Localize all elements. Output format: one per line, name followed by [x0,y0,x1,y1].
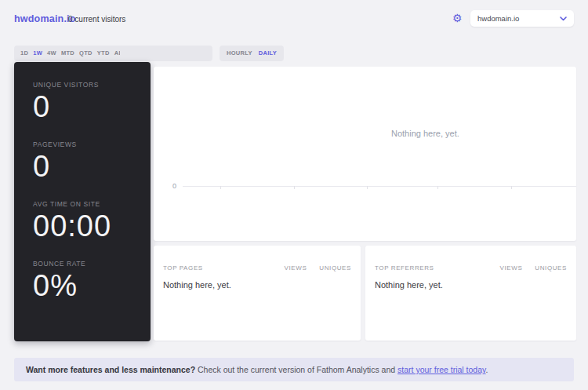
top-pages-empty-state-text: Nothing here, yet. [163,280,351,290]
x-axis-tick [367,186,368,189]
y-axis-tick-label: 0 [172,182,176,190]
brand-site-name[interactable]: hwdomain.io [14,13,76,24]
stat-value: 0 [33,90,151,123]
x-axis-tick [437,186,438,189]
period-1w[interactable]: 1W [33,46,42,61]
gear-icon[interactable]: ⚙ [452,10,463,26]
top-referrers-header: TOP REFERRERS VIEWS UNIQUES [375,264,567,272]
stat-value: 0 [33,150,151,183]
visitors-chart-panel: Nothing here, yet. 0 [154,67,576,241]
stat-label: PAGEVIEWS [33,140,151,148]
x-axis-line [183,186,576,187]
stat-label: BOUNCE RATE [33,260,151,268]
period-ytd[interactable]: YTD [97,46,110,61]
period-mtd[interactable]: MTD [61,46,74,61]
top-pages-panel: TOP PAGES VIEWS UNIQUES Nothing here, ye… [154,246,361,341]
current-visitors-count: 0 current visitors [68,15,125,24]
top-referrers-panel: TOP REFERRERS VIEWS UNIQUES Nothing here… [365,246,576,341]
column-header-views: VIEWS [285,264,307,272]
stat-value: 00:00 [33,210,151,242]
x-axis-tick [511,186,512,189]
column-header-uniques: UNIQUES [535,264,567,272]
banner-bold-text: Want more features and less maintenance? [26,365,195,374]
chevron-down-icon [560,16,567,21]
date-range-input[interactable] [120,46,212,61]
chart-empty-state-text: Nothing here, yet. [391,129,459,138]
stat-value: 0% [33,269,151,302]
top-pages-title: TOP PAGES [163,264,203,272]
stat-avg-time-on-site: AVG TIME ON SITE 00:00 [33,200,151,242]
granularity-hourly[interactable]: HOURLY [227,46,252,61]
granularity-daily[interactable]: DAILY [259,46,277,61]
banner-suffix: . [486,365,488,374]
x-axis-tick [294,186,295,189]
top-referrers-empty-state-text: Nothing here, yet. [375,280,567,290]
top-referrers-title: TOP REFERRERS [375,264,434,272]
stat-pageviews: PAGEVIEWS 0 [33,140,151,183]
column-header-uniques: UNIQUES [319,264,351,272]
stat-bounce-rate: BOUNCE RATE 0% [33,260,151,302]
site-selector-dropdown[interactable]: hwdomain.io [470,10,574,27]
period-1d[interactable]: 1D [20,46,28,61]
granularity-filter-group: HOURLY DAILY [220,46,284,61]
free-trial-link[interactable]: start your free trial today [397,365,485,374]
period-qtd[interactable]: QTD [79,46,93,61]
site-selector-value: hwdomain.io [477,14,519,23]
upgrade-banner: Want more features and less maintenance?… [14,358,574,381]
header: hwdomain.io 0 current visitors ⚙ hwdomai… [0,0,588,38]
top-pages-header: TOP PAGES VIEWS UNIQUES [163,264,351,272]
summary-stats-panel: UNIQUE VISITORS 0 PAGEVIEWS 0 AVG TIME O… [14,62,151,341]
stat-unique-visitors: UNIQUE VISITORS 0 [33,81,151,123]
stat-label: AVG TIME ON SITE [33,200,151,208]
period-filter-group: 1D 1W 4W MTD QTD YTD ALL [14,46,132,61]
banner-text: Check out the current version of Fathom … [195,365,397,374]
column-header-views: VIEWS [500,264,523,272]
period-4w[interactable]: 4W [47,46,56,61]
stat-label: UNIQUE VISITORS [33,81,151,89]
x-axis-tick [220,186,221,189]
